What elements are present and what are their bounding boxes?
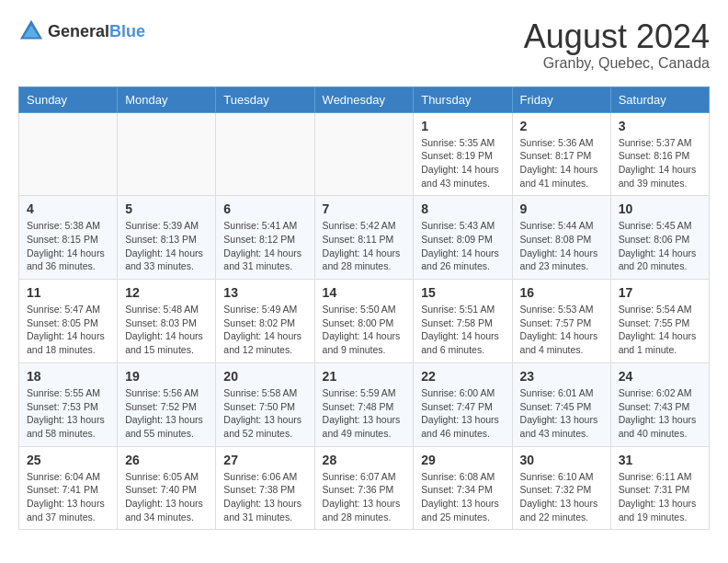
calendar-cell: 5Sunrise: 5:39 AMSunset: 8:13 PMDaylight… [118, 196, 216, 280]
calendar-cell: 23Sunrise: 6:01 AMSunset: 7:45 PMDayligh… [512, 362, 610, 446]
day-number: 23 [520, 369, 603, 384]
calendar-week-5: 25Sunrise: 6:04 AMSunset: 7:41 PMDayligh… [19, 446, 710, 530]
calendar-cell [216, 112, 314, 196]
calendar-cell: 27Sunrise: 6:06 AMSunset: 7:38 PMDayligh… [216, 446, 314, 530]
col-header-sunday: Sunday [19, 86, 118, 112]
calendar-cell: 6Sunrise: 5:41 AMSunset: 8:12 PMDaylight… [216, 196, 314, 280]
calendar-cell [118, 112, 216, 196]
calendar-cell: 12Sunrise: 5:48 AMSunset: 8:03 PMDayligh… [118, 280, 216, 363]
day-number: 9 [520, 201, 603, 216]
day-info: Sunrise: 6:01 AMSunset: 7:45 PMDaylight:… [520, 386, 603, 441]
day-info: Sunrise: 5:45 AMSunset: 8:06 PMDaylight:… [619, 219, 701, 273]
day-info: Sunrise: 5:38 AMSunset: 8:15 PMDaylight:… [27, 219, 109, 273]
day-number: 8 [421, 201, 504, 216]
day-info: Sunrise: 5:53 AMSunset: 7:57 PMDaylight:… [520, 303, 603, 357]
calendar-cell: 15Sunrise: 5:51 AMSunset: 7:58 PMDayligh… [414, 280, 512, 363]
calendar-header-row: SundayMondayTuesdayWednesdayThursdayFrid… [19, 86, 710, 112]
day-number: 29 [421, 453, 504, 467]
col-header-saturday: Saturday [610, 86, 709, 112]
calendar-cell: 26Sunrise: 6:05 AMSunset: 7:40 PMDayligh… [118, 446, 216, 530]
page-header: GeneralBlue August 2024 Granby, Quebec, … [18, 18, 710, 72]
col-header-tuesday: Tuesday [216, 86, 314, 112]
calendar-week-4: 18Sunrise: 5:55 AMSunset: 7:53 PMDayligh… [19, 362, 710, 446]
calendar-cell: 16Sunrise: 5:53 AMSunset: 7:57 PMDayligh… [512, 280, 610, 363]
calendar-cell: 7Sunrise: 5:42 AMSunset: 8:11 PMDaylight… [314, 196, 414, 280]
day-number: 25 [27, 453, 109, 467]
day-number: 18 [27, 369, 109, 384]
calendar-cell: 22Sunrise: 6:00 AMSunset: 7:47 PMDayligh… [414, 362, 512, 446]
day-number: 27 [223, 453, 306, 467]
calendar-cell: 4Sunrise: 5:38 AMSunset: 8:15 PMDaylight… [19, 196, 118, 280]
calendar-week-3: 11Sunrise: 5:47 AMSunset: 8:05 PMDayligh… [19, 280, 710, 363]
day-number: 28 [323, 453, 406, 467]
day-number: 7 [323, 201, 406, 216]
day-info: Sunrise: 6:10 AMSunset: 7:32 PMDaylight:… [520, 470, 603, 524]
col-header-friday: Friday [512, 86, 610, 112]
calendar-cell: 31Sunrise: 6:11 AMSunset: 7:31 PMDayligh… [610, 446, 709, 530]
day-info: Sunrise: 5:47 AMSunset: 8:05 PMDaylight:… [27, 303, 109, 357]
day-number: 3 [619, 119, 701, 133]
day-info: Sunrise: 6:05 AMSunset: 7:40 PMDaylight:… [125, 470, 208, 524]
day-info: Sunrise: 5:35 AMSunset: 8:19 PMDaylight:… [421, 136, 504, 190]
day-number: 4 [27, 201, 109, 216]
day-number: 1 [421, 119, 504, 133]
title-block: August 2024 Granby, Quebec, Canada [524, 18, 710, 72]
day-number: 5 [125, 201, 208, 216]
day-info: Sunrise: 5:59 AMSunset: 7:48 PMDaylight:… [323, 386, 406, 441]
calendar-cell: 10Sunrise: 5:45 AMSunset: 8:06 PMDayligh… [610, 196, 709, 280]
calendar-table: SundayMondayTuesdayWednesdayThursdayFrid… [18, 86, 710, 531]
day-info: Sunrise: 6:06 AMSunset: 7:38 PMDaylight:… [223, 470, 306, 524]
col-header-wednesday: Wednesday [314, 86, 414, 112]
day-info: Sunrise: 5:43 AMSunset: 8:09 PMDaylight:… [421, 219, 504, 273]
calendar-cell: 3Sunrise: 5:37 AMSunset: 8:16 PMDaylight… [610, 112, 709, 196]
day-number: 11 [27, 285, 109, 300]
day-info: Sunrise: 6:04 AMSunset: 7:41 PMDaylight:… [27, 470, 109, 524]
calendar-cell: 11Sunrise: 5:47 AMSunset: 8:05 PMDayligh… [19, 280, 118, 363]
calendar-cell: 25Sunrise: 6:04 AMSunset: 7:41 PMDayligh… [19, 446, 118, 530]
calendar-cell: 13Sunrise: 5:49 AMSunset: 8:02 PMDayligh… [216, 280, 314, 363]
day-number: 19 [125, 369, 208, 384]
calendar-cell [314, 112, 414, 196]
day-number: 24 [619, 369, 701, 384]
day-number: 6 [223, 201, 306, 216]
calendar-cell: 2Sunrise: 5:36 AMSunset: 8:17 PMDaylight… [512, 112, 610, 196]
calendar-cell: 9Sunrise: 5:44 AMSunset: 8:08 PMDaylight… [512, 196, 610, 280]
calendar-cell: 28Sunrise: 6:07 AMSunset: 7:36 PMDayligh… [314, 446, 414, 530]
day-number: 17 [619, 285, 701, 300]
location-subtitle: Granby, Quebec, Canada [524, 55, 710, 72]
logo: GeneralBlue [18, 18, 145, 44]
day-info: Sunrise: 6:02 AMSunset: 7:43 PMDaylight:… [619, 386, 701, 441]
calendar-cell: 24Sunrise: 6:02 AMSunset: 7:43 PMDayligh… [610, 362, 709, 446]
calendar-cell: 17Sunrise: 5:54 AMSunset: 7:55 PMDayligh… [610, 280, 709, 363]
day-info: Sunrise: 5:54 AMSunset: 7:55 PMDaylight:… [619, 303, 701, 357]
day-number: 20 [223, 369, 306, 384]
day-info: Sunrise: 6:00 AMSunset: 7:47 PMDaylight:… [421, 386, 504, 441]
calendar-cell [19, 112, 118, 196]
day-info: Sunrise: 5:51 AMSunset: 7:58 PMDaylight:… [421, 303, 504, 357]
col-header-monday: Monday [118, 86, 216, 112]
day-info: Sunrise: 6:08 AMSunset: 7:34 PMDaylight:… [421, 470, 504, 524]
logo-icon [18, 18, 44, 44]
logo-text-general: General [48, 22, 109, 40]
calendar-week-1: 1Sunrise: 5:35 AMSunset: 8:19 PMDaylight… [19, 112, 710, 196]
day-info: Sunrise: 5:48 AMSunset: 8:03 PMDaylight:… [125, 303, 208, 357]
day-number: 12 [125, 285, 208, 300]
calendar-cell: 19Sunrise: 5:56 AMSunset: 7:52 PMDayligh… [118, 362, 216, 446]
day-number: 21 [323, 369, 406, 384]
calendar-cell: 29Sunrise: 6:08 AMSunset: 7:34 PMDayligh… [414, 446, 512, 530]
month-year-title: August 2024 [524, 18, 710, 55]
day-info: Sunrise: 5:44 AMSunset: 8:08 PMDaylight:… [520, 219, 603, 273]
calendar-week-2: 4Sunrise: 5:38 AMSunset: 8:15 PMDaylight… [19, 196, 710, 280]
day-info: Sunrise: 5:55 AMSunset: 7:53 PMDaylight:… [27, 386, 109, 441]
day-info: Sunrise: 5:39 AMSunset: 8:13 PMDaylight:… [125, 219, 208, 273]
day-number: 31 [619, 453, 701, 467]
day-number: 2 [520, 119, 603, 133]
calendar-cell: 1Sunrise: 5:35 AMSunset: 8:19 PMDaylight… [414, 112, 512, 196]
day-number: 14 [323, 285, 406, 300]
day-info: Sunrise: 5:42 AMSunset: 8:11 PMDaylight:… [323, 219, 406, 273]
day-info: Sunrise: 5:49 AMSunset: 8:02 PMDaylight:… [223, 303, 306, 357]
calendar-cell: 21Sunrise: 5:59 AMSunset: 7:48 PMDayligh… [314, 362, 414, 446]
calendar-cell: 20Sunrise: 5:58 AMSunset: 7:50 PMDayligh… [216, 362, 314, 446]
day-info: Sunrise: 6:07 AMSunset: 7:36 PMDaylight:… [323, 470, 406, 524]
calendar-cell: 18Sunrise: 5:55 AMSunset: 7:53 PMDayligh… [19, 362, 118, 446]
